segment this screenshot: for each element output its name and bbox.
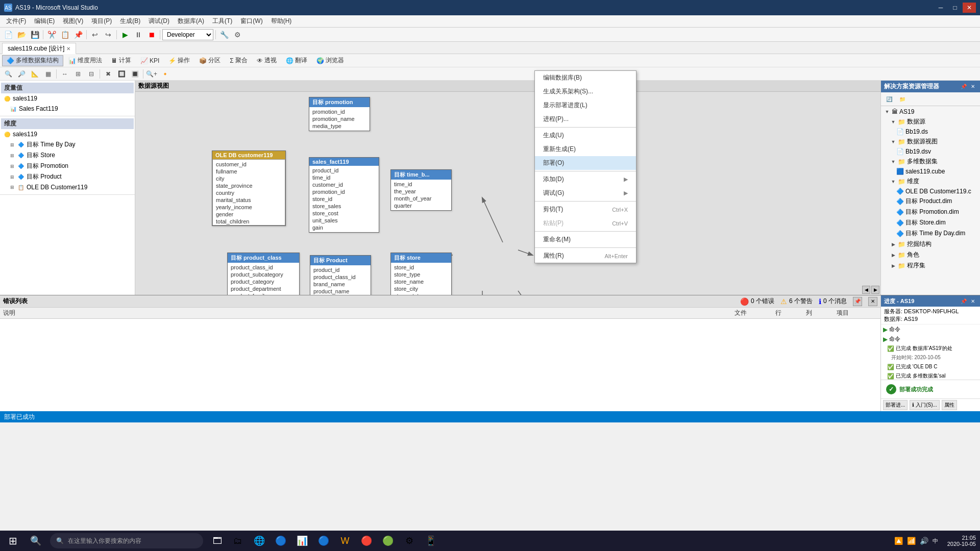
dim-product[interactable]: ⊞ 🔷 目标 Product [1,171,134,182]
tb-copy[interactable]: 📋 [59,29,71,40]
section-perspective[interactable]: 👁 透视 [253,55,281,66]
progress-pin[interactable]: 📌 [960,297,968,305]
measure-sales119[interactable]: 🟡 sales119 [1,93,134,104]
menu-debug[interactable]: 调试(D) [144,16,174,27]
tb-paste[interactable]: 📌 [72,29,84,40]
menu-view[interactable]: 视图(V) [59,16,87,27]
tb-app1[interactable]: 📊 [292,531,312,551]
ctx-debug[interactable]: 调试(G) ▶ [535,186,636,200]
tb-redo[interactable]: ↪ [102,29,114,40]
view-btn-4[interactable]: ▦ [42,68,54,80]
section-data-structure[interactable]: 🔷 多维数据集结构 [2,55,63,66]
tb-file-explorer[interactable]: 🗂 [228,531,248,551]
section-translate[interactable]: 🌐 翻译 [282,55,311,66]
ctx-generate-schema[interactable]: 生成关系架构(S)... [535,85,636,98]
se-root[interactable]: ▼ 🏛 AS19 [882,107,979,116]
se-product-dim[interactable]: 🔷 目标 Product.dim [882,196,979,207]
error-list-close[interactable]: ✕ [868,297,877,306]
ctx-cut[interactable]: 剪切(T) Ctrl+X [535,203,636,216]
deploy-progress-btn[interactable]: 部署进... [883,400,908,410]
maximize-button[interactable]: □ [948,3,962,13]
ctx-rename[interactable]: 重命名(M) [535,233,636,246]
taskbar-search-bar[interactable]: 🔍 在这里输入你要搜索的内容 [50,533,203,548]
se-btn2[interactable]: 📁 [896,93,909,105]
tb-app5[interactable]: 🟢 [378,531,398,551]
scroll-left[interactable]: ◀ [862,286,870,294]
view-btn-7[interactable]: ⊟ [85,68,97,80]
tb-chrome[interactable]: 🌐 [249,531,270,551]
menu-database[interactable]: 数据库(A) [174,16,208,27]
tray-icon1[interactable]: 🔼 [893,537,904,545]
minimize-button[interactable]: ─ [934,3,947,13]
tb-run[interactable]: ▶ [119,29,131,40]
expand-icon5[interactable]: ⊞ [9,184,15,190]
taskbar-search-btn[interactable]: 🔍 [26,531,46,551]
data-view-canvas[interactable]: 目标 promotion promotion_id promotion_name… [135,92,880,295]
se-role-folder[interactable]: ▶ 📁 角色 [882,249,979,260]
view-btn-5[interactable]: ↔ [59,68,71,80]
table-product[interactable]: 目标 Product product_id product_class_id b… [310,255,371,295]
expand-icon3[interactable]: ⊞ [9,163,15,169]
se-promotion-dim[interactable]: 🔷 目标 Promotion.dim [882,207,979,217]
se-dsv-folder[interactable]: ▼ 📁 数据源视图 [882,136,979,147]
expand-icon[interactable]: ⊞ [9,142,15,148]
menu-build[interactable]: 生成(B) [116,16,144,27]
menu-help[interactable]: 帮助(H) [267,16,296,27]
view-btn-8[interactable]: ✖ [102,68,114,80]
tb-edge[interactable]: 🔵 [271,531,291,551]
dim-promotion[interactable]: ⊞ 🔷 目标 Promotion [1,161,134,171]
dim-store[interactable]: ⊞ 🔷 目标 Store [1,150,134,161]
se-bb19dsv[interactable]: 📄 Bb19.dsv [882,147,979,156]
menu-file[interactable]: 文件(F) [2,16,30,27]
section-dim-usage[interactable]: 📊 维度用法 [64,55,106,66]
ctx-process[interactable]: 进程(P)... [535,112,636,126]
expand-icon4[interactable]: ⊞ [9,174,15,180]
table-customer[interactable]: OLE DB customer119 customer_id fullname … [212,151,286,226]
tb-app4[interactable]: 🔴 [356,531,377,551]
menu-edit[interactable]: 编辑(E) [30,16,59,27]
ctx-build[interactable]: 生成(U) [535,129,636,142]
tab-close-icon[interactable]: ✕ [66,46,70,52]
start-button[interactable]: ⊞ [0,531,26,551]
table-product-class[interactable]: 目标 product_class product_class_id produc… [227,253,300,295]
view-btn-10[interactable]: 🔳 [129,68,141,80]
solution-tree[interactable]: ▼ 🏛 AS19 ▼ 📁 数据源 📄 Bb19.ds ▼ 📁 数据源视图 📄 B… [881,106,980,295]
section-kpi[interactable]: 📈 KPI [136,55,163,66]
configuration-dropdown[interactable]: Developer [162,29,213,40]
getting-started-btn[interactable]: ℹ 入门(S)... [910,400,939,410]
se-dim-folder[interactable]: ▼ 📁 维度 [882,176,979,187]
se-assembly-folder[interactable]: ▶ 📁 程序集 [882,260,979,271]
dim-time[interactable]: ⊞ 🔷 目标 Time By Day [1,139,134,150]
tb-open[interactable]: 📂 [15,29,28,40]
table-promotion[interactable]: 目标 promotion promotion_id promotion_name… [309,97,370,131]
ctx-add[interactable]: 添加(D) ▶ [535,172,636,186]
se-customer-dim[interactable]: 🔷 OLE DB Customer119.c [882,187,979,196]
scroll-right[interactable]: ▶ [871,286,879,294]
view-btn-2[interactable]: 🔎 [15,68,28,80]
error-list-pin[interactable]: 📌 [853,297,862,306]
se-store-dim[interactable]: 🔷 目标 Store.dim [882,217,979,228]
tb-app6[interactable]: ⚙ [399,531,420,551]
section-aggregation[interactable]: Σ 聚合 [226,55,251,66]
se-sales119cube[interactable]: 🟦 sales119.cube [882,167,979,176]
tb-app3[interactable]: W [335,531,355,551]
section-partition[interactable]: 📦 分区 [195,55,225,66]
expand-icon2[interactable]: ⊞ [9,153,15,159]
table-sales-fact[interactable]: sales_fact119 product_id time_id custome… [309,157,379,233]
se-mining-folder[interactable]: ▶ 📁 挖掘结构 [882,239,979,249]
ctx-properties[interactable]: 属性(R) Alt+Enter [535,249,636,263]
tray-ime[interactable]: 中 [932,537,939,545]
ctx-deploy[interactable]: 部署(O) [535,156,636,170]
table-time[interactable]: 目标 time_b... time_id the_year month_of_y… [390,169,452,211]
tray-network[interactable]: 📶 [906,537,917,545]
clock[interactable]: 21:05 2020-10-05 [943,535,980,547]
tb-save[interactable]: 💾 [29,29,41,40]
menu-window[interactable]: 窗口(W) [236,16,266,27]
view-btn-6[interactable]: ⊞ [72,68,84,80]
view-btn-9[interactable]: 🔲 [115,68,128,80]
se-timebyday-dim[interactable]: 🔷 目标 Time By Day.dim [882,228,979,239]
se-btn1[interactable]: 🔄 [883,93,895,105]
se-bb19ds[interactable]: 📄 Bb19.ds [882,127,979,136]
ctx-rebuild[interactable]: 重新生成(E) [535,142,636,156]
ctx-edit-db[interactable]: 编辑数据库(B) [535,71,636,85]
